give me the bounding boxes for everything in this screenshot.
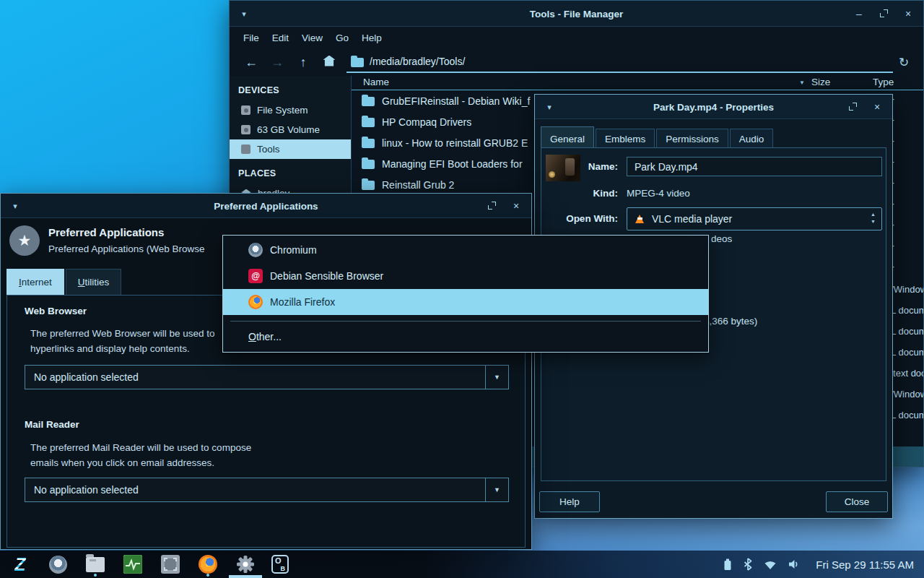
preferred-apps-title: Preferred Applications xyxy=(44,200,488,211)
taskbar-screenshot-button[interactable] xyxy=(152,551,189,578)
path-text[interactable]: /media/bradley/Tools/ xyxy=(370,56,465,67)
taskbar-clock[interactable]: Fri Sep 29 11:55 AM xyxy=(816,558,914,571)
web-browser-selection: No application selected xyxy=(25,371,485,383)
preferred-apps-titlebar[interactable]: ▾ Preferred Applications × xyxy=(1,194,531,218)
menubar-item[interactable]: Help xyxy=(355,30,388,46)
window-menu-icon[interactable]: ▾ xyxy=(542,102,557,111)
preferred-apps-tab[interactable]: Internet xyxy=(6,269,64,295)
file-name-input[interactable] xyxy=(627,157,882,176)
zorin-menu-button[interactable]: Z xyxy=(1,551,39,578)
maximize-icon xyxy=(880,9,888,17)
device-label: File System xyxy=(257,105,308,116)
mail-reader-combobox[interactable]: No application selected ▼ xyxy=(25,478,509,502)
window-menu-icon[interactable]: ▾ xyxy=(8,201,22,210)
taskbar-onboard-button[interactable] xyxy=(264,551,296,578)
properties-tab[interactable]: Audio xyxy=(730,129,774,150)
properties-title: Park Day.mp4 - Properties xyxy=(578,101,849,112)
battery-icon[interactable] xyxy=(723,558,732,571)
menubar-item[interactable]: View xyxy=(295,30,329,46)
maximize-button[interactable] xyxy=(840,95,865,118)
forward-button[interactable]: → xyxy=(264,55,290,70)
taskbar-system-monitor-button[interactable] xyxy=(114,551,152,578)
web-browser-description-2: hyperlinks and display help contents. xyxy=(30,343,190,354)
menubar-item[interactable]: File xyxy=(237,30,266,46)
home-icon xyxy=(323,56,336,66)
menu-separator xyxy=(230,321,701,322)
devices-header: DEVICES xyxy=(230,82,351,100)
size-value-fragment: 5,366 bytes) xyxy=(704,316,757,327)
properties-tab[interactable]: Emblems xyxy=(596,129,655,150)
device-icon xyxy=(241,144,250,154)
menubar-item[interactable]: Go xyxy=(329,30,355,46)
column-header-name[interactable]: Name xyxy=(363,77,389,87)
path-bar[interactable]: /media/bradley/Tools/ xyxy=(346,51,893,73)
column-header-type[interactable]: Type xyxy=(873,77,894,87)
browser-menu-item[interactable]: Chromium xyxy=(223,237,708,263)
taskbar-firefox-button[interactable] xyxy=(189,551,227,578)
column-headers: Name ▼ Size Type xyxy=(352,76,923,90)
file-name: Managing EFI Boot Loaders for xyxy=(382,158,523,170)
sidebar-device-item[interactable]: Tools xyxy=(230,139,351,159)
taskbar-file-manager-button[interactable] xyxy=(77,551,114,578)
taskbar: Z xyxy=(0,551,924,578)
kind-label: Kind: xyxy=(541,188,618,199)
location-value-fragment: deos xyxy=(711,233,732,244)
web-browser-combobox[interactable]: No application selected ▼ xyxy=(25,365,509,389)
device-label: 63 GB Volume xyxy=(257,124,320,135)
device-icon xyxy=(241,125,250,134)
combobox-arrow-icon[interactable]: ▼ xyxy=(485,366,508,389)
close-button[interactable]: × xyxy=(504,194,528,217)
taskbar-chromium-button[interactable] xyxy=(39,551,77,578)
web-browser-description-1: The preferred Web Browser will be used t… xyxy=(30,328,215,339)
back-button[interactable]: ← xyxy=(238,55,264,70)
kind-value: MPEG-4 video xyxy=(627,188,690,199)
properties-tab[interactable]: General xyxy=(541,126,594,150)
up-button[interactable]: ↑ xyxy=(290,55,316,70)
file-manager-titlebar[interactable]: ▾ Tools - File Manager – × xyxy=(230,1,923,27)
preferred-apps-heading: Preferred Applications xyxy=(48,226,164,238)
volume-icon[interactable] xyxy=(788,558,801,570)
close-dialog-button[interactable]: Close xyxy=(826,491,888,512)
path-folder-icon xyxy=(351,58,364,67)
combobox-spinner-icon[interactable]: ▲▼ xyxy=(871,211,876,225)
browser-menu-other-item[interactable]: Other... xyxy=(223,325,708,348)
refresh-button[interactable]: ↻ xyxy=(893,55,915,70)
open-with-combobox[interactable]: VLC media player ▲▼ xyxy=(627,207,882,230)
column-header-size[interactable]: Size xyxy=(811,77,830,87)
bluetooth-icon[interactable] xyxy=(743,558,753,571)
window-menu-icon[interactable]: ▾ xyxy=(237,9,251,18)
browser-menu-item[interactable]: Debian Sensible Browser xyxy=(223,263,708,289)
zorin-logo-icon: Z xyxy=(14,554,25,575)
sort-indicator-icon: ▼ xyxy=(799,79,805,86)
close-button[interactable]: × xyxy=(865,95,889,118)
maximize-button[interactable] xyxy=(479,194,504,217)
browser-menu-item[interactable]: Mozilla Firefox xyxy=(223,289,708,315)
system-monitor-icon xyxy=(123,555,142,574)
mail-reader-description-1: The preferred Mail Reader will be used t… xyxy=(30,442,251,453)
settings-gear-icon xyxy=(236,555,255,574)
open-with-value: VLC media player xyxy=(652,213,732,225)
close-button[interactable]: × xyxy=(896,1,920,26)
sidebar-device-item[interactable]: 63 GB Volume xyxy=(230,120,351,139)
taskbar-settings-button[interactable] xyxy=(227,551,264,578)
preferred-apps-tab[interactable]: Utilities xyxy=(66,269,122,295)
combobox-arrow-icon[interactable]: ▼ xyxy=(485,478,508,501)
help-button[interactable]: Help xyxy=(539,491,600,512)
maximize-button[interactable] xyxy=(871,1,896,26)
properties-tab[interactable]: Permissions xyxy=(656,129,728,150)
minimize-button[interactable]: – xyxy=(847,1,871,26)
mail-reader-description-2: emails when you click on email addresses… xyxy=(30,457,214,468)
maximize-icon xyxy=(849,103,857,111)
folder-icon xyxy=(362,160,375,169)
device-label: Tools xyxy=(257,144,280,155)
sidebar-device-item[interactable]: File System xyxy=(230,100,351,120)
folder-icon xyxy=(362,139,375,148)
home-button[interactable] xyxy=(316,55,342,70)
menubar-item[interactable]: Edit xyxy=(266,30,295,46)
properties-titlebar[interactable]: ▾ Park Day.mp4 - Properties × xyxy=(535,95,892,119)
places-header: PLACES xyxy=(230,165,351,184)
wifi-icon[interactable] xyxy=(764,559,777,570)
screenshot-tool-icon xyxy=(161,555,180,574)
active-app-indicator xyxy=(229,575,262,578)
file-name: linux - How to reinstall GRUB2 E xyxy=(382,137,528,149)
